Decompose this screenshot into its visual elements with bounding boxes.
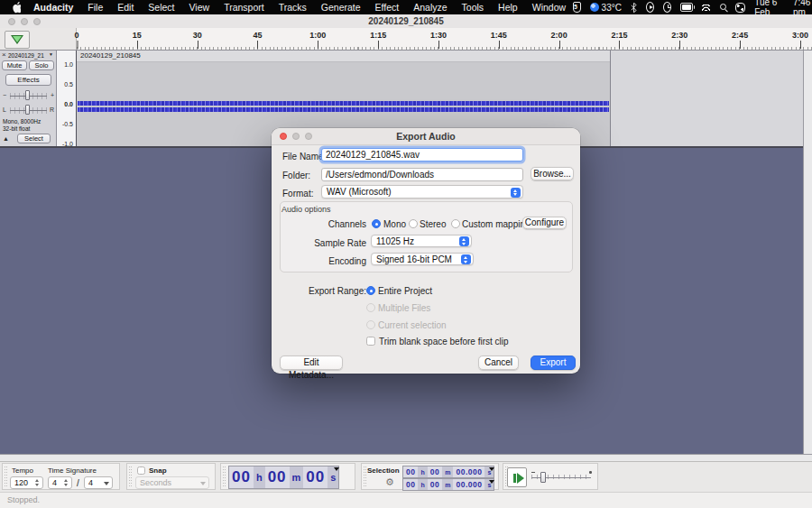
snap-label[interactable]: Snap (149, 466, 167, 475)
play-at-speed-button[interactable] (507, 467, 527, 487)
track-name[interactable]: 20240129_21 (8, 52, 44, 59)
macos-menubar: AudacityFileEditSelectViewTransportTrack… (0, 0, 812, 14)
ruler-tick-label: 1:45 (491, 31, 507, 40)
audio-position-display[interactable]: 00h00m00s (228, 466, 339, 489)
pan-slider-thumb[interactable] (25, 105, 30, 115)
amplitude-label: -0.5 (62, 121, 73, 127)
solo-button[interactable]: Solo (29, 60, 54, 70)
time-signature-slash: / (77, 478, 79, 488)
radio-entire-project-label[interactable]: Entire Project (378, 286, 432, 296)
trim-blank-space-checkbox[interactable] (366, 337, 375, 346)
menu-item[interactable]: File (80, 2, 110, 13)
clock-menu-icon[interactable] (663, 2, 671, 13)
encoding-label: Encoding (282, 256, 366, 266)
time-toolbar: 00h00m00s (220, 463, 355, 490)
weather-item[interactable]: 33°C (590, 3, 622, 13)
display-format-caret-icon[interactable] (334, 467, 339, 471)
menu-item[interactable]: Effect (368, 2, 407, 13)
menu-item[interactable]: Audacity (26, 2, 80, 13)
menu-item[interactable]: Tools (455, 2, 492, 13)
menu-item[interactable]: Select (141, 2, 181, 13)
gain-slider-thumb[interactable] (25, 90, 30, 100)
time-signature-upper-spinner[interactable]: 4 (48, 476, 72, 489)
folder-input[interactable] (321, 168, 523, 181)
collapse-track-icon[interactable]: ▲ (3, 135, 9, 142)
display-format-caret-icon[interactable] (489, 467, 494, 471)
spinner-arrows-icon[interactable] (34, 479, 41, 487)
track-menu-caret-icon[interactable]: ▼ (49, 51, 53, 57)
amplitude-ruler[interactable]: 1.00.50.0-0.5-1.0 (57, 51, 77, 146)
window-title: 20240129_210845 (0, 16, 812, 26)
apple-menu-icon[interactable] (11, 2, 21, 14)
radio-custom-mapping-label[interactable]: Custom mapping (462, 219, 531, 229)
horizontal-scrollbar[interactable] (0, 454, 812, 461)
menubar-date[interactable]: Tue 6 Feb (754, 0, 784, 17)
export-button[interactable]: Export (531, 356, 576, 370)
select-stepper-icon (461, 254, 471, 264)
configure-button[interactable]: Configure (522, 217, 567, 229)
bluetooth-icon[interactable] (631, 3, 637, 13)
mute-button[interactable]: Mute (2, 60, 27, 70)
menu-item[interactable]: Transport (217, 2, 272, 13)
selection-start-display[interactable]: 00h00m00.000s (402, 466, 494, 478)
tempo-spinner[interactable]: 120 (10, 476, 43, 489)
time-signature-lower-select[interactable]: 4 (84, 476, 113, 489)
control-center-icon[interactable] (735, 3, 745, 13)
radio-custom-mapping[interactable] (451, 219, 460, 228)
radio-mono[interactable] (372, 219, 381, 228)
menubar-time[interactable]: 7:46 pm (793, 0, 812, 17)
play-circle-icon[interactable] (646, 2, 654, 13)
timeline-ruler[interactable]: 01530451:001:151:301:452:002:152:302:453… (77, 28, 812, 50)
select-track-button[interactable]: Select (17, 134, 51, 143)
radio-multiple-files-label: Multiple Files (378, 303, 430, 313)
track-close-icon[interactable]: × (2, 51, 6, 59)
selection-toolbar: Selection ⚙ 00h00m00.000s 00h00m00.000s (361, 463, 499, 490)
menu-item[interactable]: Window (525, 2, 573, 13)
effects-button[interactable]: Effects (5, 74, 51, 86)
shield-5-icon[interactable]: 5 (573, 2, 581, 13)
sample-rate-select[interactable]: 11025 Hz (371, 235, 472, 247)
radio-entire-project[interactable] (366, 286, 375, 295)
audacity-screen: AudacityFileEditSelectViewTransportTrack… (0, 0, 812, 508)
menu-item[interactable]: Generate (314, 2, 368, 13)
vertical-scrollbar[interactable] (803, 51, 812, 454)
pan-slider[interactable]: L R (2, 104, 55, 116)
select-stepper-icon (459, 236, 469, 246)
timeline-options-button[interactable] (5, 31, 30, 49)
search-icon[interactable] (719, 3, 726, 13)
green-triangle-icon (11, 35, 23, 44)
battery-icon[interactable] (680, 3, 693, 12)
ruler-tick-label: 2:00 (551, 31, 567, 40)
menu-item[interactable]: Edit (110, 2, 141, 13)
clip-title[interactable]: 20240129_210845 (77, 51, 610, 62)
selection-end-display[interactable]: 00h00m00.000s (402, 478, 494, 491)
encoding-select[interactable]: Signed 16-bit PCM (371, 253, 474, 265)
selection-settings-gear-icon[interactable]: ⚙ (385, 476, 394, 488)
file-name-input[interactable] (321, 148, 523, 162)
spinner-arrows-icon[interactable] (63, 479, 69, 487)
menu-item[interactable]: Help (491, 2, 525, 13)
wifi-icon[interactable] (702, 4, 710, 11)
format-select[interactable]: WAV (Microsoft) (321, 185, 523, 199)
menu-item[interactable]: Tracks (272, 2, 314, 13)
folder-label: Folder: (282, 171, 310, 180)
ruler-tick-label: 1:30 (430, 31, 447, 40)
browse-button[interactable]: Browse... (531, 167, 574, 180)
cancel-button[interactable]: Cancel (478, 356, 519, 370)
display-format-caret-icon[interactable] (489, 480, 494, 484)
amplitude-label: -1.0 (62, 141, 73, 147)
ruler-tick-label: 1:15 (370, 31, 386, 40)
menu-item[interactable]: View (182, 2, 217, 13)
menu-item[interactable]: Analyze (406, 2, 454, 13)
radio-mono-label[interactable]: Mono (383, 219, 406, 229)
radio-stereo[interactable] (409, 219, 418, 228)
ruler-tick-label: 2:15 (611, 31, 627, 40)
gain-slider[interactable]: − + (2, 89, 55, 102)
play-speed-slider-thumb[interactable] (540, 472, 546, 483)
status-bar: Stopped. (0, 492, 812, 508)
edit-metadata-button[interactable]: Edit Metadata... (280, 356, 343, 370)
snap-checkbox[interactable] (137, 466, 145, 475)
radio-current-selection-label: Current selection (378, 320, 447, 330)
radio-stereo-label[interactable]: Stereo (420, 219, 446, 229)
trim-blank-space-label[interactable]: Trim blank space before first clip (379, 337, 509, 346)
